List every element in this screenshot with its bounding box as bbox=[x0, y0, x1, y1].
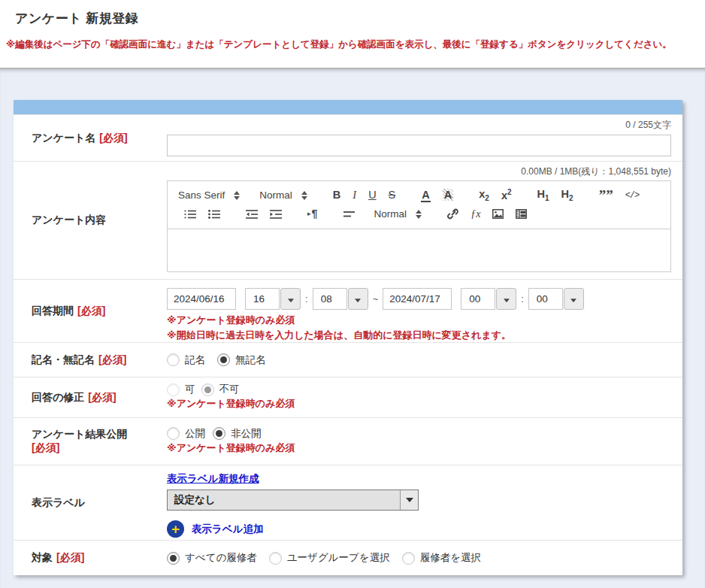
end-hour-dropdown-button[interactable] bbox=[496, 288, 516, 310]
background-color-button[interactable]: A bbox=[437, 187, 459, 204]
display-label-row: 表示ラベル 表示ラベル新規作成 設定なし + 表示ラベル追加 bbox=[14, 465, 682, 540]
page-header: アンケート 新規登録 ※編集後はページ下の「確認画面に進む」または「テンプレート… bbox=[0, 0, 705, 68]
publication-note: ※アンケート登録時のみ必須 bbox=[167, 441, 671, 456]
start-minute-dropdown-button[interactable] bbox=[348, 288, 368, 310]
display-label-select[interactable]: 設定なし bbox=[167, 489, 419, 511]
page-background: アンケート名 [必須] 0 / 255文字 アンケート内容 0.00MB / 1… bbox=[0, 68, 705, 588]
header1-button[interactable]: H1 bbox=[531, 187, 555, 204]
survey-content-label: アンケート内容 bbox=[32, 214, 106, 227]
radio-correction-not-allowed[interactable] bbox=[201, 383, 214, 396]
chevron-updown-icon bbox=[234, 191, 240, 200]
required-badge: [必須] bbox=[99, 132, 127, 145]
add-display-label-button[interactable]: + 表示ラベル追加 bbox=[167, 520, 671, 538]
end-minute-dropdown-button[interactable] bbox=[564, 288, 584, 310]
radio-correction-allowed-label: 可 bbox=[185, 383, 195, 396]
outdent-icon[interactable] bbox=[240, 206, 264, 223]
line-height-select[interactable]: Normal bbox=[374, 208, 422, 220]
start-hour-input[interactable] bbox=[245, 288, 280, 310]
video-icon[interactable] bbox=[510, 206, 533, 223]
required-badge: [必須] bbox=[56, 551, 84, 565]
indent-icon[interactable] bbox=[264, 206, 288, 223]
required-badge: [必須] bbox=[88, 391, 116, 405]
image-icon[interactable] bbox=[486, 206, 510, 223]
target-row: 対象 [必須] すべての履修者 ユーザグループを選択 履修者を選択 bbox=[14, 540, 682, 575]
plus-icon: + bbox=[167, 520, 184, 538]
radio-public-label: 公開 bbox=[185, 427, 205, 441]
page-warning-text: ※編集後はページ下の「確認画面に進む」または「テンプレートとして登録」から確認画… bbox=[0, 27, 705, 52]
subscript-button[interactable]: x2 bbox=[473, 187, 495, 204]
strikethrough-button[interactable]: S bbox=[383, 187, 402, 204]
range-separator: ~ bbox=[368, 293, 383, 305]
answer-correction-label: 回答の修正 bbox=[32, 391, 84, 405]
radio-anonymous-label: 無記名 bbox=[235, 353, 266, 367]
add-display-label-link[interactable]: 表示ラベル追加 bbox=[192, 523, 263, 536]
radio-select-students-label: 履修者を選択 bbox=[420, 551, 481, 565]
code-block-button[interactable]: </> bbox=[619, 187, 646, 204]
radio-user-group[interactable] bbox=[269, 552, 282, 565]
required-badge: [必須] bbox=[77, 305, 105, 318]
radio-named[interactable] bbox=[167, 353, 180, 366]
required-badge: [必須] bbox=[98, 353, 126, 367]
survey-name-row: アンケート名 [必須] 0 / 255文字 bbox=[14, 114, 682, 161]
end-date-input[interactable] bbox=[383, 288, 452, 310]
chevron-updown-icon bbox=[301, 191, 307, 200]
blockquote-button[interactable]: ”” bbox=[593, 187, 619, 204]
result-publication-label: アンケート結果公開 bbox=[32, 428, 127, 441]
start-hour-dropdown-button[interactable] bbox=[280, 288, 301, 310]
bullet-list-icon[interactable] bbox=[202, 206, 226, 223]
period-note-1: ※アンケート登録時のみ必須 bbox=[167, 313, 671, 328]
period-note-2: ※開始日時に過去日時を入力した場合は、自動的に登録日時に変更されます。 bbox=[167, 328, 671, 343]
panel-header-bar bbox=[14, 100, 682, 114]
required-badge: [必須] bbox=[32, 441, 167, 455]
header2-button[interactable]: H2 bbox=[555, 187, 579, 204]
heading-select[interactable]: Normal bbox=[259, 189, 307, 201]
rich-text-editor: Sans Serif Normal B I U bbox=[167, 180, 671, 272]
link-icon[interactable] bbox=[441, 206, 464, 223]
chevron-updown-icon bbox=[416, 210, 422, 219]
italic-button[interactable]: I bbox=[346, 187, 362, 204]
radio-anonymous[interactable] bbox=[217, 353, 230, 366]
start-date-input[interactable] bbox=[167, 288, 236, 310]
end-minute-input[interactable] bbox=[528, 288, 563, 310]
survey-name-input[interactable] bbox=[167, 135, 671, 156]
time-colon: : bbox=[301, 293, 313, 305]
font-family-select[interactable]: Sans Serif bbox=[178, 189, 240, 201]
answer-period-label: 回答期間 bbox=[32, 305, 74, 318]
radio-correction-not-allowed-label: 不可 bbox=[219, 383, 240, 396]
radio-public[interactable] bbox=[167, 427, 180, 440]
display-label-label: 表示ラベル bbox=[32, 496, 85, 510]
result-publication-row: アンケート結果公開 [必須] 公開 非公開 ※アンケート登録時のみ必須 bbox=[14, 417, 682, 465]
align-icon[interactable] bbox=[337, 206, 361, 223]
ordered-list-icon[interactable] bbox=[178, 206, 202, 223]
radio-all-students-label: すべての履修者 bbox=[185, 551, 257, 565]
radio-private[interactable] bbox=[213, 427, 225, 440]
display-label-select-value: 設定なし bbox=[168, 493, 400, 507]
create-display-label-link[interactable]: 表示ラベル新規作成 bbox=[167, 473, 259, 484]
editor-content-area[interactable] bbox=[168, 229, 670, 271]
text-color-button[interactable]: A bbox=[415, 187, 436, 204]
radio-select-students[interactable] bbox=[402, 552, 415, 565]
named-anonymous-label: 記名・無記名 bbox=[32, 353, 95, 367]
start-minute-input[interactable] bbox=[313, 288, 347, 310]
target-label: 対象 bbox=[32, 551, 53, 565]
answer-correction-row: 回答の修正 [必須] 可 不可 ※アンケート登録時のみ必須 bbox=[14, 377, 682, 417]
bold-button[interactable]: B bbox=[327, 187, 346, 204]
text-direction-icon[interactable]: ¶ bbox=[301, 206, 324, 223]
char-counter: 0 / 255文字 bbox=[167, 115, 671, 134]
superscript-button[interactable]: x2 bbox=[495, 187, 518, 204]
underline-button[interactable]: U bbox=[362, 187, 382, 204]
editor-toolbar: Sans Serif Normal B I U bbox=[168, 181, 670, 229]
radio-named-label: 記名 bbox=[185, 353, 205, 367]
survey-content-row: アンケート内容 0.00MB / 1MB(残り：1,048,551 byte) … bbox=[14, 161, 682, 279]
formula-icon[interactable]: ƒx bbox=[464, 206, 486, 223]
answer-period-row: 回答期間 [必須] : ~ bbox=[14, 279, 682, 342]
survey-name-label: アンケート名 bbox=[32, 132, 95, 145]
end-hour-input[interactable] bbox=[461, 288, 495, 310]
page-title: アンケート 新規登録 bbox=[0, 0, 705, 27]
radio-correction-allowed[interactable] bbox=[167, 383, 180, 396]
radio-user-group-label: ユーザグループを選択 bbox=[287, 551, 390, 565]
time-colon: : bbox=[516, 293, 528, 305]
named-anonymous-row: 記名・無記名 [必須] 記名 無記名 bbox=[14, 342, 682, 377]
radio-all-students[interactable] bbox=[167, 552, 180, 565]
correction-note: ※アンケート登録時のみ必須 bbox=[167, 396, 671, 411]
